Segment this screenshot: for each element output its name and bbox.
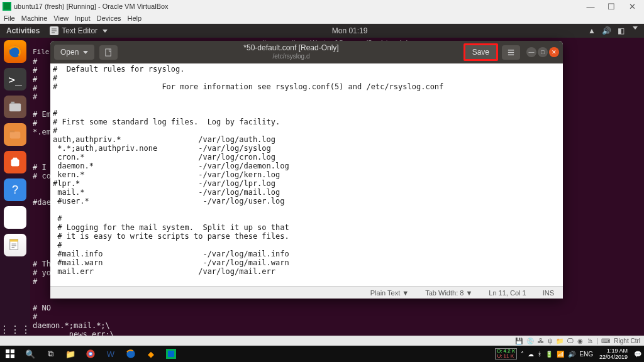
tray-volume-icon[interactable]: 🔊 <box>568 351 575 358</box>
svg-rect-1 <box>4 3 11 10</box>
svg-rect-11 <box>106 48 111 55</box>
maximize-button[interactable]: ☐ <box>602 2 621 11</box>
app-menu-label: Text Editor <box>62 26 97 35</box>
svg-rect-4 <box>9 104 21 112</box>
vbox-cd-icon[interactable]: 💿 <box>526 337 534 344</box>
open-button[interactable]: Open <box>54 45 94 60</box>
vbox-hostkey-label: Right Ctrl <box>614 337 640 344</box>
chrome-icon[interactable] <box>80 346 101 362</box>
vbox-net-icon[interactable]: 🖧 <box>538 337 544 344</box>
save-button-label: Save <box>472 48 489 57</box>
taskbar-clock[interactable]: 1:19 AM 22/04/2019 <box>597 348 630 360</box>
vbox-statusbar: 💾 💿 🖧 ψ 📁 🖵 ◉ 🖯 ⌨ Right Ctrl <box>0 336 644 346</box>
vbox-display-icon[interactable]: 🖵 <box>567 337 574 344</box>
volume-icon[interactable]: 🔊 <box>602 26 611 35</box>
terminal-icon[interactable]: >_ <box>4 68 26 90</box>
netspeed-widget[interactable]: D: 4.2 K U: 11 K <box>495 348 517 359</box>
tray-battery-icon[interactable]: 🔋 <box>545 351 553 358</box>
files-icon[interactable] <box>4 96 26 118</box>
task-view-icon[interactable]: ⧉ <box>40 346 60 362</box>
firefox-taskbar-icon[interactable] <box>121 346 141 362</box>
vbox-mouse-icon[interactable]: 🖯 <box>587 337 593 344</box>
tray-wifi-icon[interactable]: 📶 <box>557 351 564 358</box>
menu-devices[interactable]: Devices <box>96 14 121 22</box>
svg-rect-6 <box>10 131 21 138</box>
start-button[interactable] <box>0 346 20 362</box>
gedit-icon[interactable] <box>4 234 26 256</box>
tab-width-selector[interactable]: Tab Width: 8 ▼ <box>425 289 472 297</box>
search-icon[interactable]: 🔍 <box>20 346 40 362</box>
network-icon[interactable]: ▲ <box>588 26 596 35</box>
window-controls: — ☐ ✕ <box>581 2 641 11</box>
menu-file[interactable]: File <box>4 14 15 22</box>
svg-rect-12 <box>6 349 9 353</box>
tray-onedrive-icon[interactable]: ☁ <box>528 351 534 358</box>
gedit-title: *50-default.conf [Read-Only] /etc/rsyslo… <box>120 43 462 61</box>
activities-button[interactable]: Activities <box>0 26 46 35</box>
menu-help[interactable]: Help <box>128 14 142 22</box>
vbox-menubar: File Machine View Input Devices Help <box>0 13 644 24</box>
svg-rect-21 <box>168 351 174 357</box>
text-editor-icon <box>50 26 58 35</box>
vbox-usb-icon[interactable]: ψ <box>548 337 552 344</box>
svg-rect-8 <box>11 159 19 166</box>
hamburger-menu-button[interactable] <box>502 45 520 60</box>
gedit-statusbar: Plain Text ▼ Tab Width: 8 ▼ Ln 11, Col 1… <box>50 286 563 299</box>
clock-date: 22/04/2019 <box>599 354 628 360</box>
menu-view[interactable]: View <box>53 14 69 22</box>
chevron-down-icon <box>83 51 88 54</box>
svg-point-18 <box>89 353 92 355</box>
tray-bluetooth-icon[interactable]: ᚼ <box>538 351 541 358</box>
chevron-down-icon <box>103 30 108 33</box>
new-document-button[interactable] <box>99 45 118 60</box>
save-button[interactable]: Save <box>465 45 497 60</box>
insert-mode: INS <box>543 289 554 297</box>
action-center-icon[interactable]: 💬 <box>634 351 641 358</box>
explorer-icon[interactable]: 📁 <box>60 346 80 362</box>
system-menu-icon[interactable] <box>633 26 638 30</box>
gedit-minimize-button[interactable]: — <box>526 47 536 57</box>
topbar-clock[interactable]: Mon 01:19 <box>111 26 588 35</box>
firefox-icon[interactable] <box>4 40 26 63</box>
gnome-topbar: Activities Text Editor Mon 01:19 ▲ 🔊 ◧ <box>0 24 644 38</box>
vbox-icon <box>3 2 11 11</box>
windows-taskbar: 🔍 ⧉ 📁 W ◆ D: 4.2 K U: 11 K ˄ ☁ ᚼ 🔋 📶 🔊 E… <box>0 346 644 362</box>
clock-time: 1:19 AM <box>599 348 628 354</box>
document-path: /etc/rsyslog.d <box>120 52 462 61</box>
battery-icon[interactable]: ◧ <box>618 26 625 35</box>
svg-rect-15 <box>11 354 14 358</box>
vbox-hostkey-icon[interactable]: ⌨ <box>601 337 610 344</box>
svg-rect-7 <box>10 131 14 133</box>
gedit-close-button[interactable]: ✕ <box>549 47 559 57</box>
nautilus-icon[interactable] <box>4 123 26 146</box>
tray-chevron-icon[interactable]: ˄ <box>521 351 524 358</box>
gedit-text-view[interactable]: # Default rules for rsyslog. # # For mor… <box>50 63 563 286</box>
svg-rect-13 <box>11 349 14 353</box>
svg-rect-5 <box>11 102 14 104</box>
gedit-window: Open *50-default.conf [Read-Only] /etc/r… <box>50 41 563 299</box>
menu-machine[interactable]: Machine <box>21 14 48 22</box>
amazon-icon[interactable]: a <box>4 206 26 229</box>
vbox-titlebar: ubuntu17 (fresh) [Running] - Oracle VM V… <box>0 0 644 13</box>
open-button-label: Open <box>60 48 79 57</box>
cursor-position: Ln 11, Col 1 <box>489 289 526 297</box>
menu-input[interactable]: Input <box>75 14 90 22</box>
close-button[interactable]: ✕ <box>623 2 641 11</box>
netspeed-up: U: 11 K <box>497 354 515 359</box>
help-icon[interactable]: ? <box>4 178 26 201</box>
document-content: # Default rules for rsyslog. # # For mor… <box>53 65 560 276</box>
syntax-selector[interactable]: Plain Text ▼ <box>370 289 409 297</box>
gedit-maximize-button[interactable]: □ <box>538 47 548 57</box>
ubuntu-dock: >_ ? a ⋮⋮⋮ <box>0 38 30 346</box>
app-menu[interactable]: Text Editor <box>46 26 111 35</box>
document-title: *50-default.conf [Read-Only] <box>120 43 462 52</box>
sublime-icon[interactable]: ◆ <box>141 346 161 362</box>
tray-lang[interactable]: ENG <box>579 351 593 358</box>
vbox-rec-icon[interactable]: ◉ <box>577 337 583 344</box>
vbox-hdd-icon[interactable]: 💾 <box>515 337 523 344</box>
software-icon[interactable] <box>4 151 26 173</box>
virtualbox-taskbar-icon[interactable] <box>161 346 181 362</box>
word-icon[interactable]: W <box>101 346 121 362</box>
vbox-shared-icon[interactable]: 📁 <box>556 337 564 344</box>
minimize-button[interactable]: — <box>581 2 600 11</box>
